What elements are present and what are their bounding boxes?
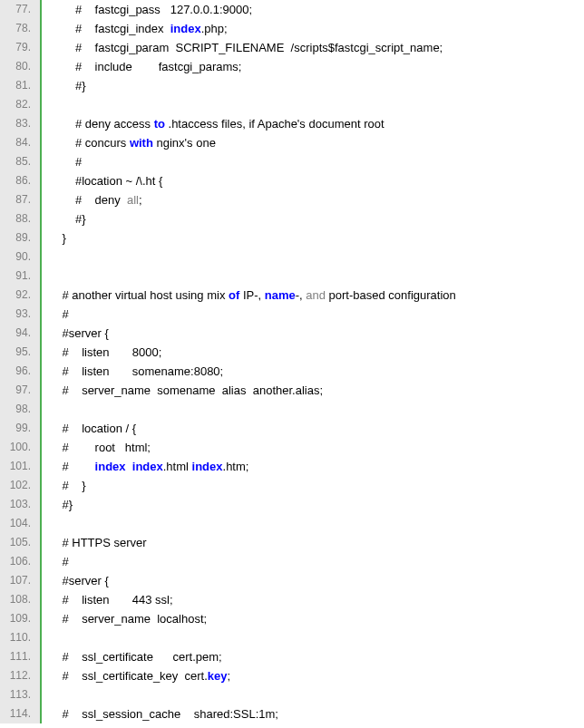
token: #} [75, 212, 86, 226]
code-line: 88. #} [0, 209, 584, 228]
line-number: 113. [0, 685, 42, 704]
token: # ssl_certificate cert.pem; [62, 650, 221, 664]
code-line: 102. # } [0, 476, 584, 495]
line-number: 87. [0, 190, 42, 209]
line-number: 94. [0, 324, 42, 343]
token: # fastcgi_pass 127.0.0.1:9000; [75, 3, 252, 16]
code-content: # concurs with nginx's one [42, 133, 216, 152]
code-content: # deny access to .htaccess files, if Apa… [42, 114, 384, 133]
token: to [154, 117, 165, 131]
code-line: 93. # [0, 305, 584, 324]
code-line: 84. # concurs with nginx's one [0, 133, 584, 152]
line-number: 111. [0, 647, 42, 666]
code-content: # fastcgi_pass 127.0.0.1:9000; [42, 0, 252, 19]
token: .htm; [223, 460, 249, 473]
code-line: 83. # deny access to .htaccess files, if… [0, 114, 584, 133]
code-content: # ssl_session_cache shared:SSL:1m; [42, 704, 278, 723]
line-number: 81. [0, 76, 42, 95]
token: # ssl_session_cache shared:SSL:1m; [62, 707, 277, 721]
code-line: 90. [0, 248, 584, 267]
line-number: 107. [0, 571, 42, 590]
code-content: # listen 443 ssl; [42, 590, 173, 609]
token: # server_name somename alias another.ali… [62, 383, 323, 397]
code-content: # deny all; [42, 190, 142, 209]
line-number: 103. [0, 495, 42, 514]
line-number: 100. [0, 438, 42, 457]
line-number: 92. [0, 286, 42, 305]
code-content: # location / { [42, 419, 136, 438]
token: -, [296, 288, 303, 302]
token: # fastcgi_index [75, 22, 170, 35]
code-line: 109. # server_name localhost; [0, 609, 584, 628]
code-line: 79. # fastcgi_param SCRIPT_FILENAME /scr… [0, 38, 584, 57]
line-number: 79. [0, 38, 42, 57]
token: } [62, 231, 65, 245]
code-line: 113. [0, 685, 584, 704]
line-number: 96. [0, 362, 42, 381]
token: # concurs [75, 136, 130, 150]
line-number: 93. [0, 305, 42, 324]
line-number: 80. [0, 57, 42, 76]
token: index [170, 22, 201, 35]
token: and [303, 288, 329, 302]
token: index [192, 460, 223, 473]
token: # server_name localhost; [62, 612, 207, 626]
token: #} [62, 498, 73, 511]
code-line: 98. [0, 400, 584, 419]
code-line: 104. [0, 514, 584, 533]
code-line: 85. # [0, 152, 584, 171]
code-content: # include fastcgi_params; [42, 57, 241, 76]
code-line: 81. #} [0, 76, 584, 95]
token: #server { [62, 326, 108, 340]
line-number: 90. [0, 248, 42, 267]
token: # root html; [62, 441, 151, 454]
line-number: 95. [0, 343, 42, 362]
code-line: 89. } [0, 228, 584, 248]
token: # deny [75, 193, 127, 207]
code-line: 114. # ssl_session_cache shared:SSL:1m; [0, 704, 584, 723]
token: .php; [201, 22, 228, 35]
code-content: # index index.html index.htm; [42, 457, 248, 476]
code-content: # HTTPS server [42, 533, 147, 552]
code-line: 97. # server_name somename alias another… [0, 381, 584, 400]
token: # [62, 460, 94, 473]
code-content: } [42, 228, 66, 248]
code-line: 107. #server { [0, 571, 584, 590]
line-number: 89. [0, 228, 42, 248]
code-line: 105. # HTTPS server [0, 533, 584, 552]
code-content: # fastcgi_index index.php; [42, 19, 228, 38]
line-number: 77. [0, 0, 42, 19]
token: #server { [62, 574, 108, 587]
token: # } [62, 479, 85, 492]
code-line: 112. # ssl_certificate_key cert.key; [0, 666, 584, 685]
line-number: 114. [0, 704, 42, 723]
token: # ssl_certificate_key cert. [62, 669, 207, 683]
token: # listen 8000; [62, 345, 161, 359]
line-number: 88. [0, 209, 42, 228]
code-content: # [42, 152, 82, 171]
token: ; [139, 193, 142, 207]
line-number: 84. [0, 133, 42, 152]
code-content: # [42, 552, 69, 571]
token: key [208, 669, 228, 683]
line-number: 108. [0, 590, 42, 609]
line-number: 112. [0, 666, 42, 685]
token: ; [228, 669, 231, 683]
line-number: 101. [0, 457, 42, 476]
code-line: 96. # listen somename:8080; [0, 362, 584, 381]
token: # fastcgi_param SCRIPT_FILENAME /scripts… [75, 41, 443, 54]
code-content: # server_name somename alias another.ali… [42, 381, 323, 400]
code-line: 110. [0, 628, 584, 647]
token: # [62, 307, 68, 321]
code-content: # [42, 305, 69, 324]
line-number: 83. [0, 114, 42, 133]
code-line: 77. # fastcgi_pass 127.0.0.1:9000; [0, 0, 584, 19]
code-content: # ssl_certificate cert.pem; [42, 647, 222, 666]
line-number: 86. [0, 171, 42, 190]
code-content: #server { [42, 571, 109, 590]
code-line: 99. # location / { [0, 419, 584, 438]
line-number: 105. [0, 533, 42, 552]
token: # listen 443 ssl; [62, 593, 172, 607]
token: # listen somename:8080; [62, 364, 223, 378]
code-content: # root html; [42, 438, 151, 457]
